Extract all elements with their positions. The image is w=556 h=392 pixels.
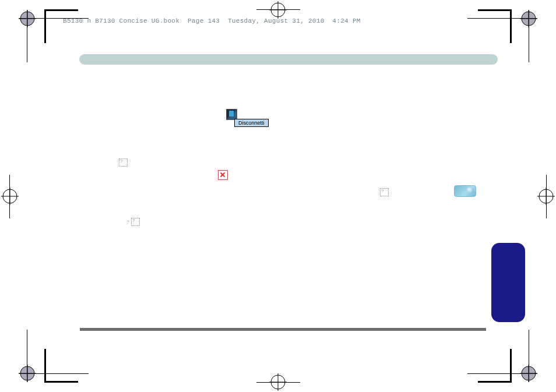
book-header-line: B5130 n B7130 Concise UG.book Page 143 T… bbox=[63, 17, 361, 24]
crop-line bbox=[256, 9, 300, 10]
missing-glyph-icon: ? bbox=[131, 218, 140, 226]
registration-mark-icon bbox=[19, 10, 36, 27]
corner-bracket-icon bbox=[478, 9, 512, 43]
missing-glyph-icon: ? bbox=[119, 158, 128, 167]
tooltip-label[interactable]: Disconnetti bbox=[234, 119, 269, 127]
crop-line bbox=[546, 175, 547, 218]
crop-line bbox=[529, 330, 529, 382]
corner-bracket-icon bbox=[478, 349, 512, 383]
crop-line bbox=[529, 10, 529, 62]
crop-line bbox=[27, 330, 27, 382]
corner-bracket-icon bbox=[44, 349, 78, 383]
crop-line bbox=[9, 175, 10, 218]
section-header-bar bbox=[79, 54, 498, 65]
taskbar-icon-group: Disconnetti bbox=[226, 109, 237, 120]
missing-glyph-icon: ? bbox=[380, 188, 389, 196]
corner-bracket-icon bbox=[44, 9, 78, 43]
crop-line bbox=[256, 382, 300, 383]
thumb-caption: 7 bbox=[126, 220, 129, 225]
registration-mark-icon bbox=[1, 188, 19, 205]
crop-line bbox=[27, 10, 27, 62]
device-icon bbox=[454, 185, 476, 197]
broken-image-icon bbox=[218, 170, 228, 180]
bottom-rule bbox=[80, 328, 486, 331]
registration-mark-icon bbox=[269, 1, 287, 19]
side-tab bbox=[491, 243, 525, 322]
